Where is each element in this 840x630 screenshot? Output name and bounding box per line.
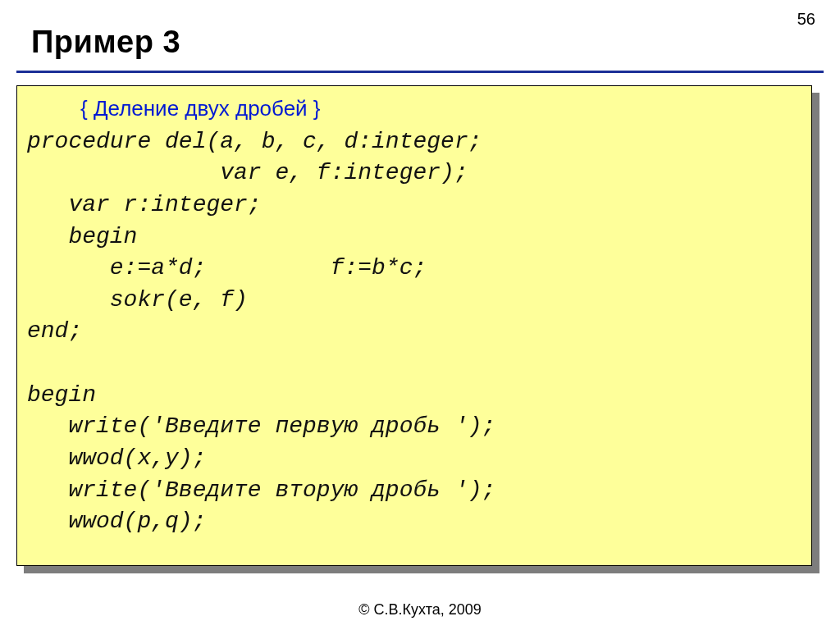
title-underline (16, 71, 824, 73)
page-number: 56 (797, 10, 815, 29)
code-line: sokr(e, f) (27, 287, 248, 313)
code-box: { Деление двух дробей } procedure del(a,… (16, 85, 812, 566)
code-line: wwod(p,q); (27, 509, 206, 534)
code-line: begin (27, 382, 96, 408)
code-line: wwod(x,y); (27, 445, 206, 471)
footer-copyright: © С.В.Кухта, 2009 (0, 601, 840, 619)
slide-title: Пример 3 (31, 25, 180, 60)
code-comment: { Деление двух дробей } (27, 96, 321, 121)
slide: 56 Пример 3 { Деление двух дробей } proc… (0, 0, 840, 630)
code-listing: { Деление двух дробей } procedure del(a,… (27, 94, 803, 538)
code-line: e:=a*d; f:=b*c; (27, 255, 427, 281)
code-line: var r:integer; (27, 192, 262, 217)
code-line: write('Введите вторую дробь '); (27, 477, 495, 503)
code-line: procedure del(a, b, c, d:integer; (27, 129, 482, 154)
code-line: end; (27, 318, 82, 344)
code-line: begin (27, 224, 137, 249)
code-line: var e, f:integer); (27, 160, 468, 185)
code-line: write('Введите первую дробь '); (27, 413, 495, 439)
